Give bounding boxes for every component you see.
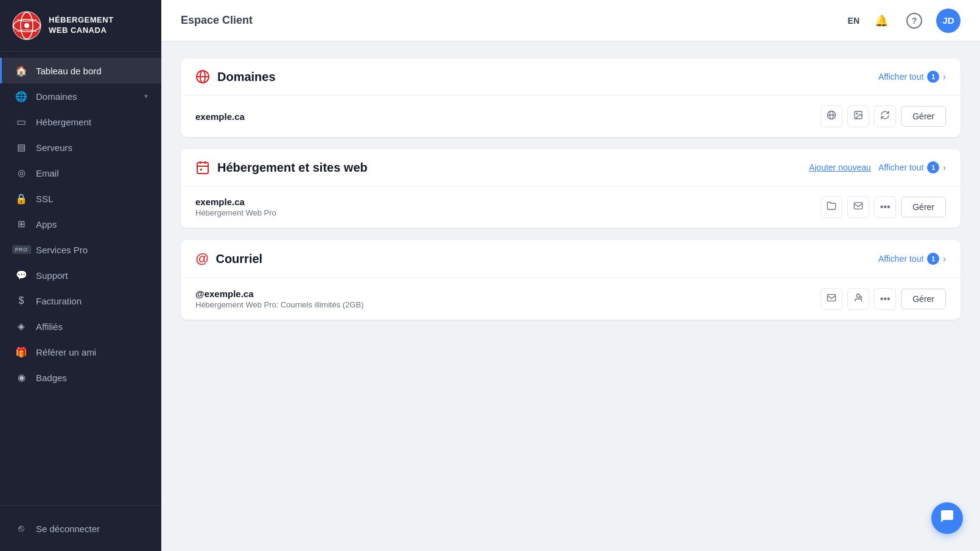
gift-icon: 🎁 <box>15 346 27 358</box>
hosting-folder-button[interactable] <box>821 196 842 218</box>
pro-badge-icon: PRO <box>15 244 27 256</box>
sidebar-item-email[interactable]: ◎ Email <box>0 160 161 186</box>
domain-name-text: exemple.ca <box>195 111 813 122</box>
sidebar-item-label: Badges <box>36 373 148 383</box>
sidebar-item-services-pro[interactable]: PRO Services Pro <box>0 237 161 262</box>
sidebar-item-label: Hébergement <box>36 117 148 127</box>
topbar: Espace Client EN 🔔 ? JD <box>161 0 980 41</box>
billing-icon: $ <box>15 295 27 307</box>
affiliates-icon: ◈ <box>15 320 27 332</box>
courriel-section-title: Courriel <box>215 252 870 266</box>
sidebar: HÉBERGEMENT WEB CANADA 🏠 Tableau de bord… <box>0 0 161 551</box>
folder-icon <box>827 201 836 213</box>
domain-gerer-button[interactable]: Gérer <box>901 106 946 127</box>
hosting-afficher-tout-button[interactable]: Afficher tout 1 › <box>878 161 946 174</box>
sidebar-item-affiliates[interactable]: ◈ Affiliés <box>0 314 161 339</box>
afficher-tout-label: Afficher tout <box>878 72 923 82</box>
domains-card-header: Domaines Afficher tout 1 › <box>181 58 961 96</box>
chat-bubble-button[interactable] <box>931 502 963 534</box>
hosting-section-icon <box>195 160 210 175</box>
hosting-more-button[interactable]: ••• <box>874 196 896 218</box>
chat-icon <box>940 509 954 527</box>
sidebar-item-refer[interactable]: 🎁 Référer un ami <box>0 339 161 365</box>
courriel-mail-button[interactable] <box>821 288 842 310</box>
logo-area: HÉBERGEMENT WEB CANADA <box>0 0 161 52</box>
sidebar-item-label: Référer un ami <box>36 347 148 357</box>
hosting-card: Hébergement et sites web Ajouter nouveau… <box>181 149 961 228</box>
home-icon: 🏠 <box>15 65 27 77</box>
domain-image-button[interactable] <box>847 105 869 127</box>
hosting-section-title: Hébergement et sites web <box>217 161 794 175</box>
sidebar-footer: ⎋ Se déconnecter <box>0 505 161 551</box>
chevron-right-icon: › <box>943 254 946 264</box>
domains-section-title: Domaines <box>217 70 871 84</box>
sidebar-item-hosting[interactable]: ▭ Hébergement <box>0 109 161 135</box>
more-icon: ••• <box>880 202 891 212</box>
svg-point-3 <box>24 23 29 28</box>
sidebar-item-label: Services Pro <box>36 245 148 255</box>
sidebar-item-badges[interactable]: ◉ Badges <box>0 365 161 390</box>
hosting-mail-button[interactable] <box>847 196 869 218</box>
sidebar-item-servers[interactable]: ▤ Serveurs <box>0 135 161 160</box>
sidebar-item-label: SSL <box>36 194 148 204</box>
sidebar-item-domains[interactable]: 🌐 Domaines ▾ <box>0 83 161 109</box>
courriel-afficher-tout-button[interactable]: Afficher tout 1 › <box>878 253 946 265</box>
add-user-icon <box>853 293 863 305</box>
logout-button[interactable]: ⎋ Se déconnecter <box>0 516 161 541</box>
more-icon: ••• <box>880 293 891 304</box>
add-new-link[interactable]: Ajouter nouveau <box>809 163 871 172</box>
sidebar-item-label: Facturation <box>36 296 148 306</box>
apps-icon: ⊞ <box>15 218 27 230</box>
domains-afficher-tout-button[interactable]: Afficher tout 1 › <box>878 71 946 83</box>
sidebar-item-billing[interactable]: $ Facturation <box>0 288 161 314</box>
lock-icon: 🔒 <box>15 192 27 205</box>
svg-point-9 <box>856 113 858 114</box>
help-button[interactable]: ? <box>903 10 925 32</box>
svg-rect-10 <box>197 163 208 174</box>
bell-icon: 🔔 <box>875 14 888 27</box>
mail-icon <box>853 201 863 213</box>
hosting-gerer-button[interactable]: Gérer <box>901 197 946 217</box>
user-avatar[interactable]: JD <box>936 9 961 33</box>
page-title: Espace Client <box>181 14 848 27</box>
courriel-gerer-button[interactable]: Gérer <box>901 289 946 309</box>
courriel-more-button[interactable]: ••• <box>874 288 896 310</box>
main-area: Espace Client EN 🔔 ? JD <box>161 0 980 551</box>
sidebar-item-ssl[interactable]: 🔒 SSL <box>0 186 161 211</box>
courriel-row: @exemple.ca Hébergement Web Pro: Courrie… <box>181 278 961 320</box>
hosting-count-badge: 1 <box>927 161 939 174</box>
brand-name: HÉBERGEMENT WEB CANADA <box>49 15 114 36</box>
hosting-actions: ••• Gérer <box>821 196 946 218</box>
domain-globe-button[interactable] <box>821 105 842 127</box>
topbar-actions: EN 🔔 ? JD <box>848 9 961 33</box>
courriel-actions: ••• Gérer <box>821 288 946 310</box>
sidebar-item-label: Affiliés <box>36 321 148 332</box>
sidebar-item-support[interactable]: 💬 Support <box>0 262 161 288</box>
hosting-icon: ▭ <box>15 116 27 128</box>
courriel-count-badge: 1 <box>927 253 939 265</box>
courriel-add-user-button[interactable] <box>847 288 869 310</box>
notifications-button[interactable]: 🔔 <box>870 10 892 32</box>
svg-rect-13 <box>828 295 836 301</box>
logout-label: Se déconnecter <box>36 524 148 534</box>
sidebar-item-label: Apps <box>36 219 148 230</box>
courriel-card-header: @ Courriel Afficher tout 1 › <box>181 240 961 278</box>
nav-menu: 🏠 Tableau de bord 🌐 Domaines ▾ ▭ Héberge… <box>0 52 161 505</box>
hosting-item-label: exemple.ca Hébergement Web Pro <box>195 197 813 217</box>
image-icon <box>853 110 863 122</box>
sidebar-item-label: Tableau de bord <box>36 66 148 76</box>
logout-icon: ⎋ <box>15 522 27 535</box>
courriel-item-subtitle: Hébergement Web Pro: Courriels illimités… <box>195 300 813 309</box>
support-icon: 💬 <box>15 269 27 281</box>
courriel-section-icon: @ <box>195 251 208 267</box>
main-content: Domaines Afficher tout 1 › exemple.ca <box>161 41 980 551</box>
hosting-row: exemple.ca Hébergement Web Pro <box>181 186 961 228</box>
sidebar-item-dashboard[interactable]: 🏠 Tableau de bord <box>0 58 161 83</box>
chevron-right-icon: › <box>943 163 946 172</box>
language-toggle[interactable]: EN <box>848 16 859 26</box>
svg-point-14 <box>857 294 860 297</box>
sidebar-item-apps[interactable]: ⊞ Apps <box>0 211 161 237</box>
hosting-card-header: Hébergement et sites web Ajouter nouveau… <box>181 149 961 186</box>
domain-refresh-button[interactable] <box>874 105 896 127</box>
courriel-item-name: @exemple.ca <box>195 289 813 299</box>
